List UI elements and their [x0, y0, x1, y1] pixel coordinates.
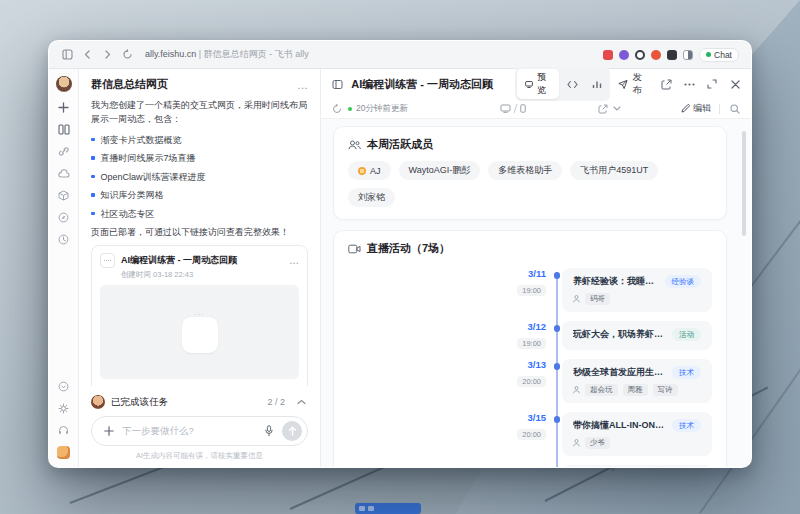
event-card[interactable]: 养虾经验谈：我睡觉，虾赚钱经验谈码哥 — [562, 268, 712, 312]
mic-icon[interactable] — [262, 425, 275, 438]
event-tag: 少爷 — [585, 437, 610, 449]
member-chip-label: AJ — [370, 166, 381, 176]
extension-icon-4[interactable] — [651, 50, 661, 60]
event-card[interactable]: 国内首个手机养虾软件JVS Claw上线产品飞哥黄队长 — [562, 465, 712, 467]
event-tag: 超会玩 — [585, 384, 618, 396]
rating-label: 结果评分 — [199, 385, 231, 386]
settings-icon[interactable] — [57, 402, 70, 415]
extension-icon-5[interactable] — [667, 50, 677, 60]
tab-code[interactable] — [561, 78, 584, 91]
publish-button[interactable]: 发布 — [618, 71, 649, 97]
summary-bullet: 渐变卡片式数据概览 — [91, 134, 308, 147]
extension-icon-1[interactable] — [603, 50, 613, 60]
event-card[interactable]: 带你搞懂ALL-IN-ONE的Agent工作空间技术少爷 — [562, 412, 712, 456]
artifact-menu-icon[interactable]: … — [289, 255, 299, 266]
compass-icon[interactable] — [57, 211, 70, 224]
member-chip[interactable]: 多维表格助手 — [488, 161, 562, 180]
event-tags-row: 超会玩周雅写诗 — [573, 384, 701, 396]
back-icon[interactable] — [81, 48, 94, 61]
address-bar[interactable]: ally.feishu.cn | 群信息总结网页 - 飞书 ally — [145, 48, 309, 61]
download-circle-icon[interactable] — [57, 380, 70, 393]
member-chip[interactable]: 飞书用户4591UT — [570, 161, 658, 180]
timeline-date-column: 3/1219:00 — [496, 321, 546, 350]
events-section-title: 直播活动（7场） — [367, 241, 450, 256]
timeline-item: 3/1620:00国内首个手机养虾软件JVS Claw上线产品飞哥黄队长 — [496, 465, 712, 467]
link-icon[interactable] — [57, 145, 70, 158]
timeline-item: 3/1520:00带你搞懂ALL-IN-ONE的Agent工作空间技术少爷 — [496, 412, 712, 456]
timeline-date-column: 3/1520:00 — [496, 412, 546, 456]
extension-icon-6[interactable] — [683, 50, 693, 60]
bullet-dot — [91, 212, 95, 216]
edit-label: 编辑 — [693, 102, 711, 115]
cube-icon[interactable] — [57, 189, 70, 202]
artifact-card[interactable]: AI编程训练营 - 一周动态回顾 … 创建时间 03-18 22:43 ··· — [91, 245, 308, 386]
bullet-dot — [91, 175, 95, 179]
search-icon[interactable] — [728, 102, 741, 115]
chat-input-placeholder: 下一步要做什么? — [122, 425, 255, 438]
assistant-message-intro: 我为您创建了一个精美的交互式网页，采用时间线布局展示一周动态，包含： — [91, 99, 308, 127]
member-chip[interactable]: AJ — [348, 161, 391, 180]
deploy-note: 页面已部署，可通过以下链接访问查看完整效果！ — [91, 226, 308, 239]
event-tag: 写诗 — [653, 384, 678, 396]
mascot-icon[interactable] — [57, 446, 70, 459]
timeline-item: 3/1320:00秒级全球首发应用生成Skill技术超会玩周雅写诗 — [496, 359, 712, 403]
view-mode-switcher: 预览 — [515, 67, 610, 101]
task-status-row[interactable]: 已完成该任务 2 / 2 — [91, 395, 308, 409]
event-card[interactable]: 秒级全球首发应用生成Skill技术超会玩周雅写诗 — [562, 359, 712, 403]
member-chip[interactable]: WaytoAGI-鹏彭 — [399, 161, 481, 180]
tab-preview[interactable]: 预览 — [517, 69, 559, 99]
refresh-preview-icon[interactable] — [331, 103, 342, 114]
chat-input[interactable]: 下一步要做什么? — [91, 416, 308, 446]
summary-bullet: 社区动态专区 — [91, 208, 308, 221]
event-date: 3/12 — [496, 321, 546, 332]
tab-preview-label: 预览 — [537, 71, 551, 97]
summary-bullet: 知识库分类网格 — [91, 189, 308, 202]
artifact-preview-thumbnail[interactable]: ··· — [100, 285, 299, 379]
member-chip-list: AJWaytoAGI-鹏彭多维表格助手飞书用户4591UT刘家铭 — [348, 161, 712, 207]
event-tag: 码哥 — [585, 293, 610, 305]
reload-icon[interactable] — [121, 48, 134, 61]
member-chip[interactable]: 刘家铭 — [348, 188, 395, 207]
chevron-down-icon — [613, 106, 621, 111]
send-button[interactable] — [282, 421, 302, 441]
chevron-up-icon[interactable] — [295, 396, 308, 409]
device-toggle[interactable] — [500, 104, 526, 113]
new-chat-icon[interactable] — [57, 101, 70, 114]
library-icon[interactable] — [57, 123, 70, 136]
conversation-menu-icon[interactable]: … — [297, 79, 308, 91]
event-title: 玩虾大会，职场养虾人集合 — [573, 328, 664, 341]
summary-bullet-list: 渐变卡片式数据概览直播时间线展示7场直播OpenClaw训练营课程进度知识库分类… — [91, 134, 308, 221]
open-in-browser-control[interactable] — [598, 104, 621, 114]
headset-icon[interactable] — [57, 424, 70, 437]
event-badge: 经验谈 — [665, 275, 702, 288]
extension-icon-3[interactable] — [635, 50, 645, 60]
event-title-row: 玩虾大会，职场养虾人集合活动 — [573, 328, 701, 341]
event-title-row: 养虾经验谈：我睡觉，虾赚钱经验谈 — [573, 275, 701, 288]
more-options-icon[interactable] — [683, 78, 695, 91]
collapse-panel-icon[interactable] — [331, 78, 343, 91]
event-card[interactable]: 玩虾大会，职场养虾人集合活动 — [562, 321, 712, 350]
chat-extension-button[interactable]: Chat — [699, 48, 739, 62]
event-date: 3/13 — [496, 359, 546, 370]
files-label[interactable]: 全部文件 — [114, 385, 146, 386]
expand-icon[interactable] — [706, 78, 718, 91]
tabs-overview-icon[interactable] — [61, 48, 74, 61]
history-icon[interactable] — [57, 233, 70, 246]
member-chip-label: 多维表格助手 — [498, 164, 552, 177]
member-chip-label: 刘家铭 — [358, 191, 385, 204]
medal-icon — [358, 167, 366, 175]
edit-button[interactable]: 编辑 — [681, 102, 711, 115]
user-avatar[interactable] — [56, 76, 72, 92]
share-icon[interactable] — [661, 78, 673, 91]
toolbar-divider — [719, 104, 720, 114]
ai-disclaimer: AI生成内容可能有误，请核实重要信息 — [79, 446, 320, 467]
event-time: 19:00 — [517, 338, 546, 349]
url-page-title: | 群信息总结网页 - 飞书 ally — [196, 49, 308, 59]
attach-plus-icon[interactable] — [102, 425, 115, 438]
forward-icon[interactable] — [101, 48, 114, 61]
close-icon[interactable] — [729, 78, 741, 91]
extension-icon-2[interactable] — [619, 50, 629, 60]
cloud-icon[interactable] — [57, 167, 70, 180]
scrollbar-thumb[interactable] — [742, 131, 746, 236]
tab-analytics[interactable] — [586, 78, 608, 91]
